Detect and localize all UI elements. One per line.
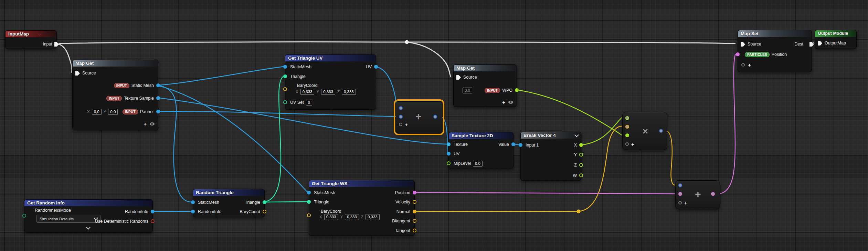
- add-pin-button[interactable]: +: [502, 100, 505, 105]
- pin-randomness-mode[interactable]: [22, 214, 26, 218]
- pin-staticmesh[interactable]: [307, 191, 311, 194]
- uv-set-field[interactable]: 0: [306, 100, 312, 106]
- pin-static-mesh[interactable]: [156, 83, 160, 87]
- pin-random-info-output[interactable]: [151, 210, 155, 213]
- pin-wpo[interactable]: [515, 88, 519, 92]
- bary-x-field[interactable]: 0,333: [324, 214, 338, 220]
- expand-chevron-icon[interactable]: [86, 225, 91, 230]
- pin-panner[interactable]: [156, 110, 160, 113]
- node-map-set[interactable]: Map Set Source Dest PARTICLES Position +: [738, 30, 812, 72]
- pin-add-input-1[interactable]: [678, 183, 682, 187]
- reroute-dot-normal[interactable]: [577, 210, 581, 213]
- pin-bary-coord[interactable]: [307, 213, 311, 217]
- pin-bitangent-output[interactable]: [413, 219, 416, 223]
- bary-x-field[interactable]: 0,333: [300, 89, 315, 95]
- node-input-map[interactable]: InputMap Input: [5, 30, 57, 49]
- pin-staticmesh[interactable]: [191, 200, 195, 204]
- node-header[interactable]: Map Get: [73, 60, 158, 67]
- pin-uv-output[interactable]: [374, 65, 378, 69]
- node-header[interactable]: Get Triangle UV: [285, 55, 376, 61]
- exec-output-pin[interactable]: [809, 42, 814, 47]
- pin-multiply-input-2[interactable]: [625, 125, 629, 129]
- node-header[interactable]: Break Vector 4: [521, 132, 581, 139]
- pin-z-output[interactable]: [579, 163, 583, 167]
- reroute-dot-exec[interactable]: [405, 40, 409, 44]
- pin-tangent-output[interactable]: [413, 229, 416, 232]
- randomness-mode-dropdown[interactable]: Simulation Defaults: [36, 215, 100, 223]
- pin-multiply-output[interactable]: [659, 129, 663, 133]
- pin-add-input-2[interactable]: [399, 115, 403, 119]
- bary-z-field[interactable]: 0,333: [342, 89, 356, 95]
- node-get-triangle-uv[interactable]: Get Triangle UV StaticMesh UV Triangle B…: [285, 54, 376, 110]
- exec-output-pin[interactable]: [54, 42, 59, 47]
- add-pin-button[interactable]: +: [684, 200, 687, 205]
- pin-w-output[interactable]: [579, 173, 583, 177]
- pin-triangle[interactable]: [283, 74, 287, 78]
- add-pin-button[interactable]: +: [405, 122, 408, 127]
- node-map-get-1[interactable]: Map Get Source INPUT Static Mesh INPUT T…: [72, 60, 158, 130]
- add-pin-button[interactable]: +: [144, 121, 147, 127]
- node-add-bottom[interactable]: + +: [675, 180, 720, 209]
- pin-random-info[interactable]: [191, 210, 195, 213]
- node-header[interactable]: Map Get: [454, 65, 517, 71]
- pin-triangle[interactable]: [307, 200, 311, 204]
- chevron-down-icon[interactable]: [37, 31, 42, 36]
- pin-uv[interactable]: [447, 152, 451, 155]
- node-header[interactable]: InputMap: [6, 31, 56, 37]
- pin-position-output[interactable]: [413, 191, 416, 194]
- node-header[interactable]: Get Random Info: [24, 200, 152, 206]
- pin-multiply-input-3[interactable]: [625, 133, 629, 137]
- wildcard-pin[interactable]: [399, 123, 402, 126]
- pin-input-1[interactable]: [519, 143, 522, 147]
- bary-z-field[interactable]: 0,333: [366, 214, 380, 220]
- node-output-module[interactable]: Output Module OutputMap: [815, 30, 857, 49]
- pin-x-output[interactable]: [579, 143, 583, 147]
- add-pin-button[interactable]: +: [748, 62, 751, 68]
- chevron-down-icon[interactable]: [574, 133, 579, 137]
- node-break-vector-4[interactable]: Break Vector 4 Input 1 X Y Z W: [520, 132, 581, 181]
- mip-level-field[interactable]: 0,0: [473, 161, 483, 167]
- pin-mip-level[interactable]: [447, 161, 451, 165]
- eye-icon[interactable]: [508, 101, 513, 104]
- wildcard-pin[interactable]: [741, 63, 745, 67]
- exec-input-pin[interactable]: [75, 71, 80, 76]
- panner-y-field[interactable]: 0,0: [108, 109, 118, 115]
- node-add-selected[interactable]: + +: [396, 101, 442, 133]
- pin-texture-sample[interactable]: [156, 96, 160, 100]
- node-header[interactable]: Sample Texture 2D: [449, 132, 513, 139]
- pin-uv-set[interactable]: [283, 100, 287, 104]
- wpo-field[interactable]: 0,0: [463, 88, 472, 93]
- wildcard-pin[interactable]: [625, 142, 629, 146]
- pin-bary-coord-output[interactable]: [263, 210, 266, 213]
- pin-add-output[interactable]: [433, 115, 437, 119]
- pin-normal-output[interactable]: [413, 210, 416, 213]
- pin-y-output[interactable]: [579, 153, 583, 157]
- node-header[interactable]: Get Triangle WS: [309, 180, 414, 187]
- add-pin-button[interactable]: +: [631, 142, 634, 147]
- node-get-triangle-ws[interactable]: Get Triangle WS StaticMesh Position Tria…: [309, 180, 415, 236]
- pin-particles-position[interactable]: [736, 52, 740, 56]
- node-map-get-2[interactable]: Map Get Source 0,0 INPUT WPO +: [453, 64, 517, 107]
- exec-input-pin[interactable]: [818, 41, 822, 46]
- pin-use-deterministic-randoms[interactable]: [151, 219, 155, 223]
- eye-icon[interactable]: [150, 122, 155, 126]
- niagara-graph-canvas[interactable]: InputMap Input Map Get Source INPUT Stat…: [0, 0, 868, 251]
- pin-multiply-input-1[interactable]: [625, 116, 629, 120]
- node-random-triangle[interactable]: Random Triangle StaticMesh Triangle Rand…: [193, 189, 265, 217]
- pin-bary-coord[interactable]: [283, 87, 287, 91]
- exec-input-pin[interactable]: [456, 75, 461, 80]
- pin-texture[interactable]: [447, 142, 451, 146]
- pin-add-input-1[interactable]: [399, 106, 403, 110]
- pin-value-output[interactable]: [511, 142, 515, 146]
- node-header[interactable]: Map Set: [738, 30, 812, 37]
- panner-x-field[interactable]: 0,0: [92, 109, 102, 115]
- wildcard-pin[interactable]: [678, 201, 682, 204]
- pin-staticmesh[interactable]: [283, 65, 287, 69]
- bary-y-field[interactable]: 0,333: [345, 214, 359, 220]
- pin-add-output[interactable]: [711, 192, 715, 196]
- node-header[interactable]: Random Triangle: [193, 189, 264, 196]
- node-sample-texture-2d[interactable]: Sample Texture 2D Texture Value UV MipLe…: [448, 132, 514, 169]
- pin-triangle-output[interactable]: [263, 200, 266, 204]
- node-get-random-info[interactable]: Get Random Info RandomnessMode Simulatio…: [24, 199, 153, 232]
- exec-input-pin[interactable]: [741, 42, 745, 47]
